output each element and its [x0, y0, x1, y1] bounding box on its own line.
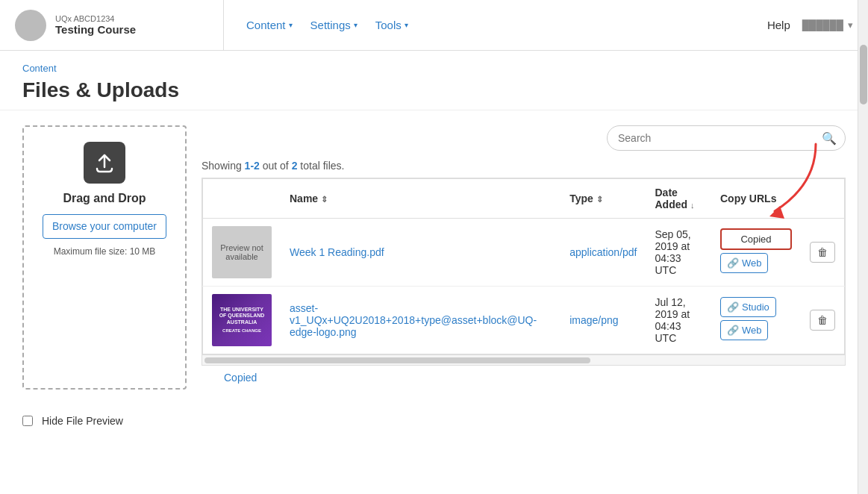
copied-button-1[interactable]: Copied: [720, 228, 792, 250]
delete-button-1[interactable]: 🗑: [810, 242, 835, 263]
nav-tools[interactable]: Tools ▾: [375, 19, 408, 31]
copy-urls-cell-2: 🔗 Studio 🔗 Web: [711, 287, 801, 354]
chevron-down-icon: ▾: [848, 19, 853, 31]
avatar: [15, 10, 46, 41]
delete-button-2[interactable]: 🗑: [810, 310, 835, 331]
file-date-cell-1: Sep 05, 2019 at 04:33 UTC: [646, 219, 711, 287]
sort-icon: ↓: [690, 201, 695, 210]
nav-settings[interactable]: Settings ▾: [310, 19, 357, 31]
search-bar-row: 🔍: [202, 125, 846, 151]
copied-status: Copied: [202, 366, 846, 390]
showing-text-mid: out of: [260, 160, 292, 172]
col-date-added[interactable]: Date Added ↓: [646, 179, 711, 219]
studio-button-2[interactable]: 🔗 Studio: [720, 297, 776, 317]
page-scrollbar-thumb[interactable]: [860, 45, 867, 104]
col-delete: [801, 179, 845, 219]
upload-panel: Drag and Drop Browse your computer Maxim…: [22, 125, 187, 390]
horizontal-scrollbar[interactable]: [202, 354, 845, 365]
scrollbar-thumb[interactable]: [204, 357, 590, 363]
col-type[interactable]: Type ⇕: [561, 179, 646, 219]
user-menu-label: ██████: [802, 19, 843, 31]
page-header: Content Files & Uploads: [0, 51, 868, 110]
right-content: 🔍 Showing 1-2 out of 2 total files. Name…: [202, 125, 846, 390]
main-content: Drag and Drop Browse your computer Maxim…: [0, 110, 868, 404]
breadcrumb[interactable]: Content: [22, 63, 846, 74]
brand-subtitle: UQx ABCD1234: [55, 14, 136, 23]
col-preview: [203, 179, 281, 219]
brand-title: Testing Course: [55, 23, 136, 36]
table-scroll-wrapper: Name ⇕ Type ⇕ Date Added ↓ Copy URL: [202, 178, 846, 366]
table-row: Preview not available Week 1 Reading.pdf…: [203, 219, 845, 287]
table-row: THE UNIVERSITY OF QUEENSLAND AUSTRALIA C…: [203, 287, 845, 354]
link-icon: 🔗: [727, 257, 739, 269]
studio-icon: 🔗: [727, 301, 739, 313]
max-file-size-label: Maximum file size: 10 MB: [54, 246, 156, 257]
preview-cell-1: Preview not available: [203, 219, 281, 287]
preview-cell-2: THE UNIVERSITY OF QUEENSLAND AUSTRALIA C…: [203, 287, 281, 354]
col-copy-urls: Copy URLs: [711, 179, 801, 219]
showing-row: Showing 1-2 out of 2 total files.: [202, 160, 846, 172]
sort-icon: ⇕: [596, 195, 603, 204]
drag-drop-label: Drag and Drop: [63, 191, 146, 207]
showing-text-before: Showing: [202, 160, 245, 172]
sort-icon: ⇕: [321, 195, 328, 204]
file-type-cell-2: image/png: [561, 287, 646, 354]
user-menu[interactable]: ██████ ▾: [802, 19, 853, 31]
table-header-row: Name ⇕ Type ⇕ Date Added ↓ Copy URL: [203, 179, 845, 219]
browse-computer-button[interactable]: Browse your computer: [43, 214, 166, 240]
page-scrollbar[interactable]: [858, 0, 868, 437]
file-type-cell-1: application/pdf: [561, 219, 646, 287]
file-name-link-2[interactable]: asset-v1_UQx+UQ2U2018+2018+type@asset+bl…: [290, 302, 537, 338]
chevron-down-icon: ▾: [354, 21, 357, 29]
search-input-wrap: 🔍: [607, 125, 846, 151]
nav-links: Content ▾ Settings ▾ Tools ▾: [224, 19, 767, 31]
nav-content[interactable]: Content ▾: [246, 19, 293, 31]
hide-file-preview-label: Hide File Preview: [42, 415, 123, 427]
top-navigation: UQx ABCD1234 Testing Course Content ▾ Se…: [0, 0, 868, 51]
nav-right: Help ██████ ▾: [767, 19, 853, 31]
brand-text: UQx ABCD1234 Testing Course: [55, 14, 136, 36]
file-name-cell-2: asset-v1_UQx+UQ2U2018+2018+type@asset+bl…: [281, 287, 561, 354]
brand-area: UQx ABCD1234 Testing Course: [15, 0, 224, 50]
file-name-link-1[interactable]: Week 1 Reading.pdf: [290, 246, 384, 258]
search-icon: 🔍: [822, 131, 837, 146]
file-date-cell-2: Jul 12, 2019 at 04:43 UTC: [646, 287, 711, 354]
hide-file-preview-checkbox[interactable]: [22, 416, 33, 426]
delete-cell-1: 🗑: [801, 219, 845, 287]
showing-range: 1-2: [245, 160, 260, 172]
page-title: Files & Uploads: [22, 78, 846, 102]
files-table: Name ⇕ Type ⇕ Date Added ↓ Copy URL: [202, 178, 845, 354]
preview-not-available: Preview not available: [212, 226, 272, 278]
search-input[interactable]: [607, 125, 846, 151]
preview-image-2: THE UNIVERSITY OF QUEENSLAND AUSTRALIA C…: [212, 294, 272, 346]
copy-urls-cell-1: Copied 🔗 Web: [711, 219, 801, 287]
link-icon: 🔗: [727, 325, 739, 336]
col-name[interactable]: Name ⇕: [281, 179, 561, 219]
upload-icon: [84, 142, 125, 184]
web-button-1[interactable]: 🔗 Web: [720, 253, 769, 273]
web-button-2[interactable]: 🔗 Web: [720, 320, 769, 340]
chevron-down-icon: ▾: [405, 21, 408, 29]
chevron-down-icon: ▾: [289, 21, 293, 29]
showing-text-after: total files.: [297, 160, 344, 172]
file-name-cell-1: Week 1 Reading.pdf: [281, 219, 561, 287]
help-link[interactable]: Help: [767, 19, 790, 31]
delete-cell-2: 🗑: [801, 287, 845, 354]
bottom-section: Hide File Preview: [0, 404, 868, 437]
